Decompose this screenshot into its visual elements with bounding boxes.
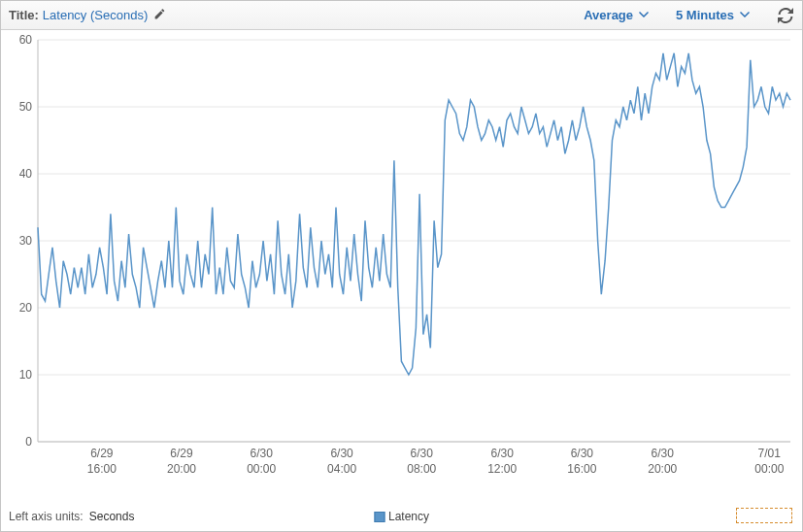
- svg-text:6/30: 6/30: [250, 447, 273, 460]
- legend: Latency: [374, 510, 429, 523]
- svg-text:6/30: 6/30: [490, 447, 514, 460]
- chevron-down-icon: [740, 8, 750, 22]
- svg-text:50: 50: [19, 100, 33, 114]
- svg-text:00:00: 00:00: [247, 462, 276, 476]
- svg-text:6/30: 6/30: [411, 447, 434, 460]
- period-dropdown[interactable]: 5 Minutes: [676, 8, 750, 22]
- svg-text:10: 10: [19, 368, 33, 382]
- svg-text:7/01: 7/01: [758, 447, 782, 460]
- title-link[interactable]: Latency (Seconds): [43, 8, 148, 22]
- line-chart: 01020304050606/2916:006/2920:006/3000:00…: [1, 30, 802, 482]
- svg-text:12:00: 12:00: [487, 462, 517, 476]
- svg-text:00:00: 00:00: [754, 462, 784, 476]
- chevron-down-icon: [639, 8, 649, 22]
- svg-text:6/30: 6/30: [652, 447, 675, 460]
- panel-header: Title: Latency (Seconds) Average 5 Minut…: [1, 1, 802, 30]
- svg-text:40: 40: [19, 167, 33, 181]
- svg-text:08:00: 08:00: [407, 462, 436, 476]
- chart-plot-area: 01020304050606/2916:006/2920:006/3000:00…: [1, 30, 802, 482]
- axis-units: Left axis units: Seconds: [9, 510, 134, 523]
- axis-units-value: Seconds: [89, 510, 135, 523]
- axis-units-label: Left axis units:: [9, 510, 84, 523]
- svg-text:6/29: 6/29: [170, 447, 193, 460]
- svg-text:20:00: 20:00: [167, 462, 196, 476]
- svg-text:20:00: 20:00: [648, 462, 677, 476]
- legend-label: Latency: [388, 510, 429, 523]
- svg-text:6/30: 6/30: [330, 447, 353, 460]
- refresh-icon[interactable]: [777, 7, 794, 24]
- statistic-dropdown[interactable]: Average: [584, 8, 649, 22]
- svg-text:60: 60: [19, 33, 33, 47]
- svg-text:20: 20: [19, 301, 33, 315]
- svg-text:0: 0: [25, 435, 32, 449]
- chart-panel: Title: Latency (Seconds) Average 5 Minut…: [0, 0, 803, 532]
- statistic-dropdown-label: Average: [584, 8, 633, 22]
- svg-text:04:00: 04:00: [327, 462, 356, 476]
- annotation-marker: [736, 508, 792, 523]
- edit-title-icon[interactable]: [153, 8, 166, 23]
- panel-footer: Left axis units: Seconds Latency: [1, 482, 802, 531]
- svg-text:30: 30: [19, 234, 33, 248]
- svg-text:6/30: 6/30: [571, 447, 594, 460]
- svg-text:6/29: 6/29: [90, 447, 114, 460]
- svg-text:16:00: 16:00: [87, 462, 117, 476]
- title-label: Title:: [9, 8, 39, 22]
- svg-text:16:00: 16:00: [567, 462, 596, 476]
- period-dropdown-label: 5 Minutes: [676, 8, 734, 22]
- legend-swatch: [374, 512, 385, 522]
